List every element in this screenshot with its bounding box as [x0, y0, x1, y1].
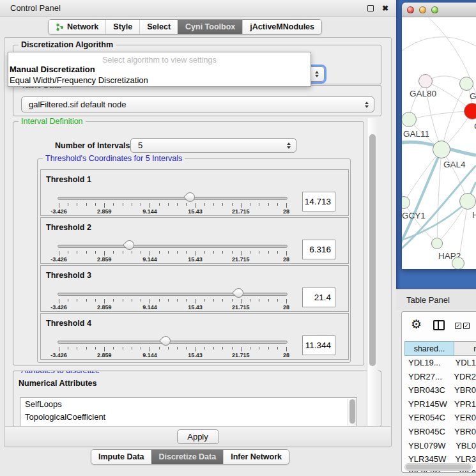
- close-traffic-light-icon[interactable]: [407, 6, 414, 13]
- tick-mark: [95, 299, 96, 302]
- tick-mark: [186, 299, 187, 302]
- threshold-4-slider[interactable]: -3.4262.8599.14415.4321.71528: [58, 333, 288, 360]
- table-row[interactable]: YDR27...YDR2: [404, 370, 476, 384]
- tick-mark: [59, 203, 59, 208]
- threshold-3-slider-handle[interactable]: [232, 286, 245, 300]
- network-node-gal4[interactable]: [433, 141, 450, 158]
- zoom-traffic-light-icon[interactable]: [431, 6, 438, 13]
- minimize-traffic-light-icon[interactable]: [419, 6, 426, 13]
- tick-mark: [232, 203, 233, 206]
- tick-mark: [241, 347, 242, 351]
- tick-mark: [259, 299, 259, 302]
- tick-label: -3.426: [50, 304, 67, 311]
- network-node-hap2[interactable]: [431, 238, 443, 249]
- network-node-label: GA: [470, 91, 476, 101]
- number-of-intervals-label: Number of Intervals: [55, 141, 130, 150]
- table-data-select[interactable]: galFiltered.sif default node: [21, 96, 374, 112]
- tick-mark: [86, 299, 87, 302]
- network-node-h[interactable]: [459, 193, 476, 210]
- network-node-gal80[interactable]: [418, 74, 433, 88]
- attributes-list-scrollbar[interactable]: [348, 399, 356, 426]
- tick-mark: [277, 251, 278, 254]
- threshold-1-slider-handle[interactable]: [183, 190, 197, 204]
- network-node-ga[interactable]: [459, 77, 473, 91]
- table-row[interactable]: YBL079WYBL0: [404, 439, 476, 453]
- numerical-attributes-list[interactable]: SelfLoopsTopologicalCoefficientBetweenne…: [20, 397, 357, 427]
- tick-mark: [77, 251, 77, 254]
- checked-checkbox-icon[interactable]: ✓: [455, 323, 461, 329]
- slider-track: [58, 341, 288, 344]
- threshold-4-value-field[interactable]: 11.344: [302, 335, 335, 355]
- threshold-1-value-field[interactable]: 14.713: [302, 192, 335, 211]
- tick-label: 9.144: [142, 256, 157, 263]
- table-horizontal-scrollbar[interactable]: [404, 463, 473, 471]
- table-row[interactable]: YBR043CYBR0: [404, 383, 476, 397]
- column-header-name[interactable]: n...: [454, 341, 476, 356]
- tick-mark: [204, 299, 205, 302]
- apply-button[interactable]: Apply: [177, 429, 219, 444]
- bottom-tab-impute-data[interactable]: Impute Data: [91, 450, 151, 464]
- threshold-1-slider[interactable]: -3.4262.8599.14415.4321.71528: [58, 189, 288, 216]
- close-icon[interactable]: ✖: [382, 0, 388, 17]
- network-canvas[interactable]: GAL80GACGAL11GAL4GCY1HHAP2: [402, 17, 476, 269]
- tick-mark: [250, 251, 250, 254]
- tab-jactivemnodules[interactable]: jActiveMNodules: [242, 20, 321, 34]
- algorithm-option-equal-width[interactable]: Equal Width/Frequency Discretization: [8, 75, 311, 86]
- threshold-2-slider[interactable]: -3.4262.8599.14415.4321.71528: [58, 237, 288, 264]
- tab-style[interactable]: Style: [105, 20, 139, 34]
- threshold-3-slider[interactable]: -3.4262.8599.14415.4321.71528: [58, 285, 288, 312]
- split-columns-icon[interactable]: [433, 320, 445, 330]
- attribute-item-selfloops[interactable]: SelfLoops: [20, 398, 357, 411]
- network-node-c[interactable]: [464, 103, 476, 119]
- tick-mark: [168, 299, 169, 302]
- table-panel-titlebar: Table Panel: [396, 289, 476, 310]
- tick-mark: [177, 299, 178, 302]
- tab-network[interactable]: Network: [49, 20, 105, 34]
- network-node-gcy1[interactable]: [402, 196, 410, 209]
- bottom-tab-infer-network[interactable]: Infer Network: [223, 450, 289, 464]
- panel-vertical-scrollbar[interactable]: [367, 118, 378, 426]
- threshold-4-slider-handle[interactable]: [159, 334, 173, 348]
- bottom-tab-discretize-data[interactable]: Discretize Data: [151, 450, 224, 464]
- tick-mark: [232, 347, 233, 349]
- threshold-3-value-field[interactable]: 21.4: [302, 288, 335, 307]
- gear-icon[interactable]: ⚙: [411, 317, 422, 331]
- tick-mark: [213, 203, 214, 206]
- tick-mark: [196, 203, 196, 208]
- attribute-item-topologicalcoefficient[interactable]: TopologicalCoefficient: [20, 411, 357, 424]
- network-node-gal11[interactable]: [402, 112, 417, 127]
- tick-mark: [132, 347, 132, 349]
- tab-label: Network: [67, 22, 98, 31]
- tick-mark: [104, 347, 105, 351]
- attributes-group-label: Attributes to discretize: [19, 371, 102, 376]
- checked-checkbox-icon[interactable]: ✓: [463, 323, 470, 329]
- network-view-window[interactable]: GAL80GACGAL11GAL4GCY1HHAP2: [402, 3, 476, 269]
- tick-mark: [268, 347, 269, 349]
- table-row[interactable]: YDL19...YDL1: [404, 356, 476, 370]
- threshold-2-slider-handle[interactable]: [123, 238, 136, 252]
- tab-select[interactable]: Select: [139, 20, 178, 34]
- tick-mark: [104, 203, 105, 208]
- stepper-arrows-icon: [287, 142, 291, 149]
- tick-mark: [204, 347, 205, 349]
- threshold-2-value-field[interactable]: 6.316: [302, 240, 335, 259]
- tick-mark: [159, 203, 160, 206]
- table-row[interactable]: YBR045CYBR0: [404, 425, 476, 439]
- column-header-shared-name[interactable]: shared...: [404, 341, 454, 356]
- algorithm-placeholder-option[interactable]: Select algorithm to view settings: [8, 56, 311, 65]
- float-icon[interactable]: [367, 5, 374, 12]
- tick-mark: [132, 251, 132, 254]
- tab-cyni-toolbox[interactable]: Cyni Toolbox: [178, 20, 242, 34]
- tick-label: 2.859: [97, 256, 112, 263]
- table-row[interactable]: YPR145WYPR1: [404, 397, 476, 411]
- network-icon: [56, 23, 64, 31]
- number-of-intervals-select[interactable]: 5: [130, 138, 296, 153]
- tick-mark: [113, 251, 114, 254]
- algorithm-option-manual[interactable]: Manual Discretization: [8, 65, 311, 75]
- table-row[interactable]: YER054CYER0: [404, 411, 476, 425]
- cell-shared-name: YBR043C: [404, 383, 448, 397]
- table-panel-title: Table Panel: [406, 295, 450, 305]
- tick-mark: [141, 299, 141, 302]
- tick-mark: [68, 347, 68, 349]
- network-node[interactable]: [452, 257, 464, 269]
